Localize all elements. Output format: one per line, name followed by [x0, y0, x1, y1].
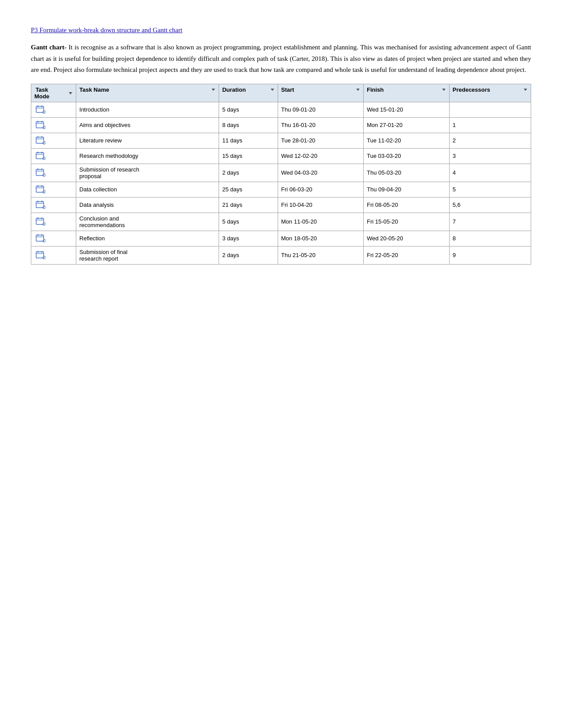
task-mode-cell: [31, 197, 76, 213]
task-mode-cell: [31, 213, 76, 231]
duration-cell: 8 days: [219, 117, 278, 133]
table-row: Submission of research proposal2 daysWed…: [31, 164, 531, 182]
task-name-cell: Aims and objectives: [76, 117, 219, 133]
predecessors-cell: 9: [449, 246, 531, 264]
start-cell: Mon 18-05-20: [278, 231, 363, 246]
auto-schedule-icon: [34, 168, 47, 177]
table-row: Reflection3 daysMon 18-05-20Wed 20-05-20…: [31, 231, 531, 246]
task-name-cell: Research methodology: [76, 148, 219, 164]
th-duration[interactable]: Duration: [219, 84, 278, 102]
table-row: Research methodology15 daysWed 12-02-20T…: [31, 148, 531, 164]
table-row: Conclusion and recommendations5 daysMon …: [31, 213, 531, 231]
start-cell: Thu 09-01-20: [278, 102, 363, 117]
predecessors-cell: [449, 102, 531, 117]
gantt-table: TaskMode Task Name Duration Start: [31, 84, 531, 265]
finish-cell: Thu 09-04-20: [364, 182, 449, 197]
start-cell: Thu 21-05-20: [278, 246, 363, 264]
task-mode-cell: [31, 117, 76, 133]
finish-cell: Wed 15-01-20: [364, 102, 449, 117]
task-name-dropdown-icon[interactable]: [211, 87, 216, 92]
start-dropdown-icon[interactable]: [356, 87, 360, 92]
task-name-cell: Conclusion and recommendations: [76, 213, 219, 231]
duration-cell: 21 days: [219, 197, 278, 213]
duration-cell: 2 days: [219, 164, 278, 182]
duration-cell: 11 days: [219, 133, 278, 148]
table-row: Data collection25 daysFri 06-03-20Thu 09…: [31, 182, 531, 197]
start-cell: Wed 04-03-20: [278, 164, 363, 182]
task-mode-cell: [31, 164, 76, 182]
duration-cell: 5 days: [219, 102, 278, 117]
task-mode-cell: [31, 231, 76, 246]
auto-schedule-icon: [34, 105, 47, 114]
duration-cell: 15 days: [219, 148, 278, 164]
task-name-cell: Literature review: [76, 133, 219, 148]
table-row: Submission of final research report2 day…: [31, 246, 531, 264]
th-start[interactable]: Start: [278, 84, 363, 102]
auto-schedule-icon: [34, 184, 47, 194]
duration-dropdown-icon[interactable]: [270, 87, 275, 92]
start-cell: Fri 06-03-20: [278, 182, 363, 197]
paragraph-text: It is recognise as a software that is al…: [31, 44, 531, 73]
page-heading: P3 Formulate work-break down structure a…: [31, 26, 182, 34]
th-task-mode[interactable]: TaskMode: [31, 84, 76, 102]
auto-schedule-icon: [34, 217, 47, 226]
table-header-row: TaskMode Task Name Duration Start: [31, 84, 531, 102]
task-name-cell: Submission of final research report: [76, 246, 219, 264]
task-mode-cell: [31, 148, 76, 164]
task-mode-cell: [31, 246, 76, 264]
table-row: Aims and objectives8 daysThu 16-01-20Mon…: [31, 117, 531, 133]
predecessors-dropdown-icon[interactable]: [523, 87, 528, 92]
auto-schedule-icon: [34, 151, 47, 161]
body-paragraph: Gantt chart- It is recognise as a softwa…: [31, 42, 531, 76]
task-name-cell: Submission of research proposal: [76, 164, 219, 182]
task-name-cell: Data analysis: [76, 197, 219, 213]
task-name-cell: Introduction: [76, 102, 219, 117]
auto-schedule-icon: [34, 135, 47, 145]
finish-cell: Tue 03-03-20: [364, 148, 449, 164]
auto-schedule-icon: [34, 250, 47, 260]
predecessors-cell: 8: [449, 231, 531, 246]
predecessors-cell: 5,6: [449, 197, 531, 213]
start-cell: Mon 11-05-20: [278, 213, 363, 231]
auto-schedule-icon: [34, 200, 47, 209]
start-cell: Fri 10-04-20: [278, 197, 363, 213]
predecessors-cell: 2: [449, 133, 531, 148]
duration-cell: 2 days: [219, 246, 278, 264]
task-mode-cell: [31, 102, 76, 117]
task-mode-dropdown-icon[interactable]: [68, 91, 73, 95]
duration-cell: 25 days: [219, 182, 278, 197]
predecessors-cell: 4: [449, 164, 531, 182]
finish-cell: Mon 27-01-20: [364, 117, 449, 133]
start-cell: Thu 16-01-20: [278, 117, 363, 133]
auto-schedule-icon: [34, 120, 47, 130]
predecessors-cell: 5: [449, 182, 531, 197]
duration-cell: 5 days: [219, 213, 278, 231]
predecessors-cell: 7: [449, 213, 531, 231]
finish-cell: Fri 15-05-20: [364, 213, 449, 231]
finish-dropdown-icon[interactable]: [442, 87, 446, 92]
table-row: Introduction5 daysThu 09-01-20Wed 15-01-…: [31, 102, 531, 117]
th-finish[interactable]: Finish: [364, 84, 449, 102]
task-mode-cell: [31, 133, 76, 148]
th-task-name[interactable]: Task Name: [76, 84, 219, 102]
finish-cell: Wed 20-05-20: [364, 231, 449, 246]
finish-cell: Thu 05-03-20: [364, 164, 449, 182]
start-cell: Tue 28-01-20: [278, 133, 363, 148]
finish-cell: Fri 08-05-20: [364, 197, 449, 213]
auto-schedule-icon: [34, 233, 47, 243]
task-name-cell: Reflection: [76, 231, 219, 246]
task-mode-cell: [31, 182, 76, 197]
predecessors-cell: 1: [449, 117, 531, 133]
th-predecessors[interactable]: Predecessors: [449, 84, 531, 102]
start-cell: Wed 12-02-20: [278, 148, 363, 164]
table-row: Literature review11 daysTue 28-01-20Tue …: [31, 133, 531, 148]
predecessors-cell: 3: [449, 148, 531, 164]
bold-intro: Gantt chart-: [31, 44, 67, 51]
task-name-cell: Data collection: [76, 182, 219, 197]
finish-cell: Tue 11-02-20: [364, 133, 449, 148]
table-row: Data analysis21 daysFri 10-04-20Fri 08-0…: [31, 197, 531, 213]
finish-cell: Fri 22-05-20: [364, 246, 449, 264]
duration-cell: 3 days: [219, 231, 278, 246]
